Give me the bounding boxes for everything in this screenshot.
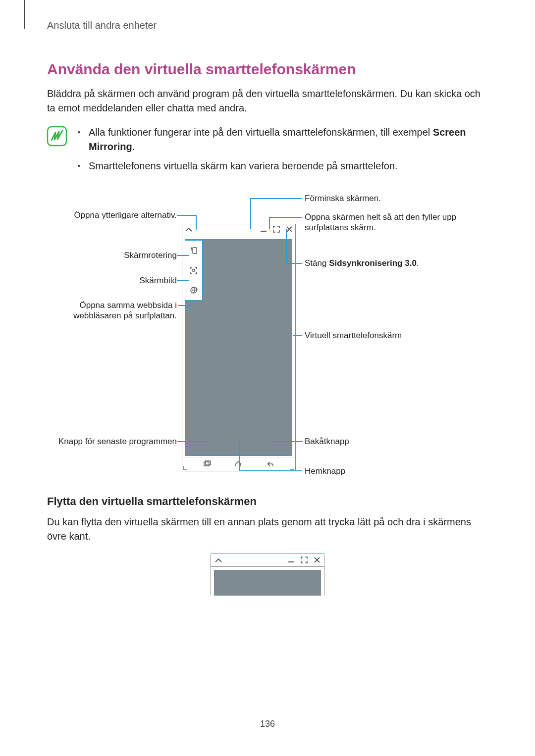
- page-number: 136: [0, 719, 535, 729]
- mini-titlebar: [211, 554, 324, 567]
- svg-rect-7: [288, 561, 294, 562]
- subsection-body: Du kan flytta den virtuella skärmen till…: [47, 515, 488, 544]
- note-item-2: Smarttelefonens virtuella skärm kan vari…: [78, 159, 488, 173]
- leader-line: [239, 441, 240, 471]
- svg-rect-2: [204, 462, 209, 466]
- leader-line: [271, 441, 303, 442]
- corner-ornament: [290, 466, 294, 470]
- leader-line: [269, 217, 270, 229]
- leader-line: [250, 198, 302, 199]
- virtual-screen-diagram: Öppna ytterligare alternativ. Skärmroter…: [47, 193, 488, 480]
- close-icon: [314, 556, 320, 564]
- phone-titlebar: [182, 224, 295, 235]
- leader-line: [177, 215, 197, 216]
- callout-minimize: Förminska skärmen.: [305, 193, 483, 203]
- leader-line: [177, 255, 189, 256]
- recent-apps-icon: [204, 460, 211, 468]
- leader-line: [178, 305, 189, 306]
- leader-line: [293, 335, 302, 336]
- mini-screen: [211, 567, 324, 596]
- leader-line: [250, 198, 251, 229]
- callout-home: Hemknapp: [305, 466, 483, 476]
- svg-rect-4: [193, 248, 197, 253]
- section-title: Använda den virtuella smarttelefonskärme…: [47, 61, 488, 78]
- callout-close: Stäng Sidsynkronisering 3.0.: [305, 258, 483, 268]
- minimize-icon: [288, 556, 294, 564]
- corner-ornament: [183, 466, 187, 470]
- callout-virtual: Virtuell smarttelefonskärm: [305, 330, 483, 341]
- subsection-title: Flytta den virtuella smarttelefonskärmen: [47, 495, 488, 508]
- back-icon: [266, 460, 273, 468]
- note-item-1: Alla funktioner fungerar inte på den vir…: [78, 125, 488, 154]
- expand-icon: [301, 556, 307, 564]
- close-icon: [286, 226, 292, 234]
- svg-rect-5: [193, 269, 195, 271]
- section-intro: Bläddra på skärmen och använd program på…: [47, 87, 488, 115]
- callout-screenshot: Skärmbild: [47, 275, 177, 286]
- mini-diagram: [211, 554, 324, 596]
- callout-recent: Knapp för senaste programmen: [47, 436, 177, 447]
- note-item-1-suffix: .: [132, 141, 135, 152]
- callout-close-suffix: .: [417, 258, 419, 268]
- leader-line: [177, 280, 189, 281]
- leader-line: [177, 441, 208, 442]
- note-block: Alla funktioner fungerar inte på den vir…: [47, 125, 488, 178]
- side-toolbar: [185, 240, 203, 301]
- callout-same-web: Öppna samma webbsida i webbläsaren på su…: [47, 300, 177, 321]
- mini-screen-inner: [214, 570, 321, 596]
- leader-line: [286, 229, 287, 263]
- callout-open-more: Öppna ytterligare alternativ.: [47, 210, 177, 220]
- minimize-icon: [261, 226, 267, 234]
- chevron-up-icon: [185, 226, 192, 234]
- note-icon: [47, 126, 67, 146]
- page-header-breadcrumb: Ansluta till andra enheter: [47, 20, 488, 31]
- rotate-icon: [185, 241, 202, 260]
- leader-line: [286, 263, 302, 264]
- note-item-1-prefix: Alla funktioner fungerar inte på den vir…: [89, 127, 433, 138]
- callout-back: Bakåtknapp: [305, 436, 483, 447]
- leader-line: [196, 215, 197, 230]
- leader-line: [239, 470, 302, 471]
- leader-line: [269, 217, 302, 218]
- svg-rect-3: [206, 461, 211, 465]
- callout-close-prefix: Stäng: [305, 258, 329, 268]
- screenshot-icon: [185, 260, 202, 280]
- callout-rotate: Skärmrotering: [47, 250, 177, 260]
- expand-icon: [273, 226, 279, 234]
- globe-refresh-icon: [185, 280, 202, 300]
- home-icon: [235, 460, 242, 468]
- svg-rect-1: [261, 231, 267, 232]
- callout-close-bold: Sidsynkronisering 3.0: [329, 258, 417, 268]
- page-margin-ornament: [24, 0, 25, 29]
- callout-fullscreen: Öppna skärmen helt så att den fyller upp…: [305, 212, 483, 233]
- chevron-up-icon: [215, 556, 222, 564]
